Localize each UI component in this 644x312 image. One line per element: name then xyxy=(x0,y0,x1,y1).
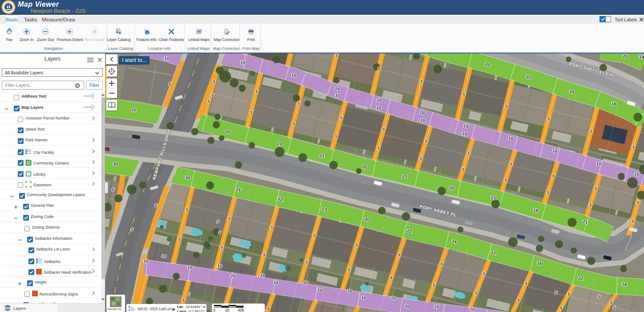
svg-text:22: 22 xyxy=(131,107,136,113)
svg-text:X: X xyxy=(128,305,130,308)
svg-text:Y: Y xyxy=(128,308,130,311)
svg-text:i: i xyxy=(147,31,148,35)
svg-text:30: 30 xyxy=(113,161,118,167)
svg-text:10: 10 xyxy=(164,55,169,61)
